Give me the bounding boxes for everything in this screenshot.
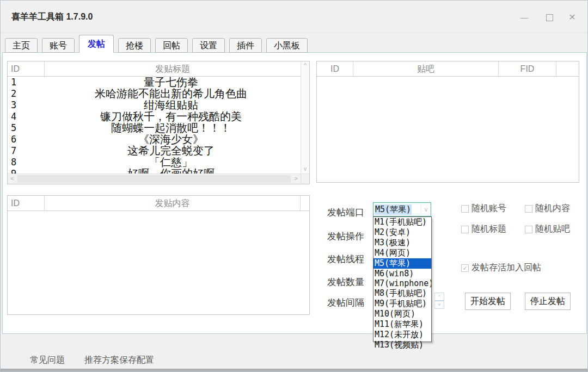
checkbox[interactable]: 随机标题 [461,224,506,235]
chevron-down-icon: v [438,302,440,307]
tab-bar: 主页账号发帖抢楼回帖设置插件小黑板 [5,35,308,53]
interval-spinner: ^ v [434,293,444,309]
footer-link[interactable]: 常见问题 [30,355,65,366]
dropdown-option[interactable]: M12(未开放) [373,330,431,340]
dropdown-option[interactable]: M4(网页) [373,248,431,258]
column-header-extra [300,196,309,210]
dropdown-option[interactable]: M5(苹果) [373,258,431,269]
post-content-table-header: ID 发贴内容 [8,196,309,211]
dropdown-option[interactable]: M13(视频贴) [373,340,431,350]
column-header-id: ID [8,61,45,76]
window-bottom-border [1,369,587,372]
app-window: 喜羊羊工具箱 1.7.9.0 — ✕ 主页账号发帖抢楼回帖设置插件小黑板 ID … [0,0,588,372]
dropdown-option[interactable]: M11(新苹果) [373,319,431,330]
post-content-table: ID 发贴内容 [7,195,310,315]
random-checkbox-group: 随机账号 随机内容 随机标题 随机贴吧 [461,203,587,235]
table-row[interactable]: 5 随蝴蝶一起消散吧！！！ [8,122,301,134]
window-title: 喜羊羊工具箱 1.7.9.0 [11,11,93,23]
tab[interactable]: 小黑板 [266,38,308,53]
tieba-table: ID 贴吧 FID [316,61,579,183]
count-label: 发帖数量 [327,276,364,288]
table-row[interactable]: 8 「仁慈」 [8,157,301,168]
table-row[interactable]: 3 绀海组贴贴 [8,100,301,111]
column-header-tieba: 贴吧 [353,61,499,76]
dropdown-option[interactable]: M9(手机贴吧) [373,299,431,309]
horizontal-scrollbar[interactable]: < > [8,173,301,184]
column-header-extra [556,61,579,76]
table-row[interactable]: 9 好啊，你画的好啊 [8,168,301,173]
survive-checkbox-label: 发帖存活加入回帖 [471,262,541,274]
column-header-content: 发贴内容 [45,196,300,210]
tab[interactable]: 账号 [42,38,75,53]
survive-checkbox[interactable]: ✓ 发帖存活加入回帖 [461,262,541,274]
column-header-id: ID [8,196,45,210]
port-label: 发帖端口 [327,206,364,219]
tab[interactable]: 发帖 [79,35,114,53]
scrollbar-thumb[interactable] [17,175,291,183]
scroll-up-icon[interactable]: ^ [301,61,309,70]
dropdown-option[interactable]: M7(winphone) [373,278,431,288]
tab[interactable]: 插件 [229,38,262,53]
tab[interactable]: 主页 [5,38,38,53]
checkbox[interactable]: 随机贴吧 [525,224,570,235]
minimize-icon: — [520,13,529,22]
dropdown-option[interactable]: M1(手机贴吧) [373,217,431,227]
table-row[interactable]: 7 这希儿完全蜕变了 [8,145,301,157]
checkbox-box-icon [461,226,469,233]
column-header-id: ID [317,61,353,76]
scroll-down-icon[interactable]: v [301,165,309,173]
checkbox-box-icon [525,205,532,213]
spinner-down-button[interactable]: v [434,301,444,309]
dropdown-option[interactable]: M10(网页) [373,309,431,319]
checkbox-box-icon [525,226,532,233]
maximize-icon [546,14,553,21]
column-header-fid: FID [499,61,556,76]
spinner-up-button[interactable]: ^ [434,293,444,301]
scroll-right-icon[interactable]: > [291,174,301,184]
start-post-button[interactable]: 开始发帖 [465,293,511,310]
chevron-down-icon: ∨ [424,206,428,213]
dropdown-option[interactable]: M2(安卓) [373,227,431,238]
scrollbar-corner [301,173,309,184]
dropdown-option[interactable]: M3(极速) [373,238,431,248]
footer-link[interactable]: 保存配置 [119,355,154,366]
post-title-table-header: ID 发贴标题 [8,61,301,77]
port-combobox[interactable]: M5(苹果) ∨ [373,202,431,216]
footer-link[interactable]: 推荐方案 [84,355,119,366]
stop-post-button[interactable]: 停止发帖 [525,293,571,310]
close-icon: ✕ [568,13,575,22]
close-button[interactable]: ✕ [564,10,581,24]
tab[interactable]: 回帖 [155,38,188,53]
table-row[interactable]: 6 《深海少女》 [8,134,301,145]
footer-links: 常见问题推荐方案保存配置 [16,355,154,366]
maximize-button[interactable] [541,10,558,24]
checkbox[interactable]: 随机账号 [461,203,506,214]
thread-label: 发帖线程 [327,253,364,265]
table-row[interactable]: 4 镰刀做秋千，有一种残酷的美 [8,111,301,122]
column-header-title: 发贴标题 [45,61,301,76]
minimize-button[interactable]: — [516,10,533,24]
checkbox[interactable]: 随机内容 [525,203,570,214]
table-row[interactable]: 1 量子七伤拳 [8,77,301,88]
post-title-table: ID 发贴标题 1 量子七伤拳 2 米哈游能不能出新的希儿角色曲 3 绀海组贴贴… [7,61,310,184]
action-label: 发帖操作 [327,230,364,243]
checkbox-checked-icon: ✓ [461,264,469,272]
combobox-value: M5(苹果) [375,204,412,215]
port-dropdown-list: M1(手机贴吧)M2(安卓)M3(极速)M4(网页)M5(苹果)M6(win8)… [373,216,432,342]
vertical-scrollbar[interactable]: ^ v [301,61,309,173]
checkbox-box-icon [461,205,469,213]
post-title-table-body: 1 量子七伤拳 2 米哈游能不能出新的希儿角色曲 3 绀海组贴贴 4 镰刀做秋千… [8,77,301,173]
combobox-dropdown-button[interactable]: ∨ [421,203,431,215]
scroll-left-icon[interactable]: < [8,174,17,184]
tieba-table-header: ID 贴吧 FID [317,61,579,77]
tab[interactable]: 抢楼 [118,38,151,53]
dropdown-option[interactable]: M6(win8) [373,269,431,278]
dropdown-option[interactable]: M8(手机贴吧) [373,288,431,299]
interval-label: 发帖间隔 [327,296,364,309]
table-row[interactable]: 2 米哈游能不能出新的希儿角色曲 [8,88,301,100]
chevron-up-icon: ^ [438,294,440,299]
tab[interactable]: 设置 [192,38,225,53]
